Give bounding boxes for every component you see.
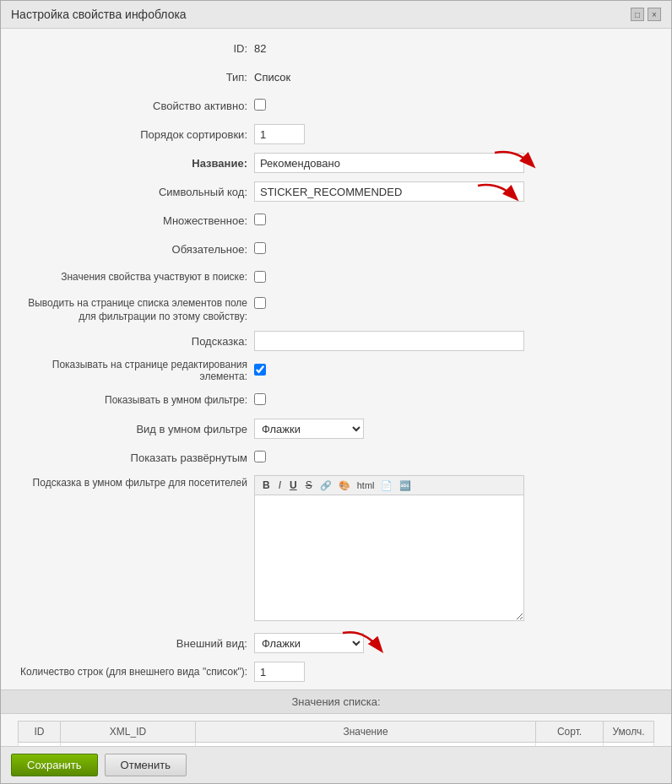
appearance-value: Флажки Список [254, 633, 654, 653]
dialog-footer: Сохранить Отменить [1, 746, 671, 783]
col-header-default: Умолч. [604, 722, 654, 743]
filter-label: Выводить на странице списка элементов по… [18, 295, 254, 323]
underline-button[interactable]: U [287, 479, 300, 492]
editor-toolbar: B I U S 🔗 🎨 html 📄 🔤 [254, 475, 524, 495]
appearance-row: Внешний вид: Флажки Список [18, 632, 654, 654]
minimize-button[interactable]: □ [631, 8, 644, 21]
multiple-label: Множественное: [18, 214, 254, 227]
hint-smart-label: Подсказка в умном фильтре для посетителе… [18, 475, 254, 489]
cancel-button[interactable]: Отменить [105, 754, 187, 776]
smart-filter-checkbox[interactable] [254, 393, 266, 405]
name-input[interactable] [254, 153, 524, 173]
show-edit-label: Показывать на странице редактирования эл… [18, 359, 254, 382]
smart-filter-view-select[interactable]: Флажки Список Диапазон [254, 419, 364, 439]
save-button[interactable]: Сохранить [11, 754, 98, 776]
required-label: Обязательное: [18, 243, 254, 256]
col-header-sort: Сорт. [536, 722, 604, 743]
table-head: ID XML_ID Значение Сорт. Умолч. [19, 722, 654, 743]
active-label: Свойство активно: [18, 100, 254, 112]
sort-label: Порядок сортировки: [18, 128, 254, 141]
appearance-label: Внешний вид: [18, 637, 254, 650]
expanded-checkbox[interactable] [254, 451, 266, 462]
name-value [254, 153, 654, 173]
form-section: ID: 82 Тип: Список Свойство активно: Пор… [1, 37, 671, 683]
multiple-value [254, 214, 654, 228]
arrow-decoration-3 [339, 629, 389, 658]
filter-row: Выводить на странице списка элементов по… [18, 295, 654, 323]
hint-smart-textarea[interactable] [254, 495, 524, 621]
sort-value [254, 124, 654, 144]
list-values-title: Значения списка: [291, 695, 380, 708]
code-row: Символьный код: [18, 181, 654, 203]
search-label: Значения свойства участвуют в поиске: [18, 271, 254, 284]
smart-filter-view-label: Вид в умном фильтре [18, 423, 254, 435]
code-value [254, 181, 654, 202]
rows-count-row: Количество строк (для внешнего вида "спи… [18, 661, 654, 683]
smart-filter-view-row: Вид в умном фильтре Флажки Список Диапаз… [18, 418, 654, 440]
hint-row: Подсказка: [18, 330, 654, 352]
multiple-row: Множественное: [18, 209, 654, 231]
icon2: 🎨 [337, 479, 352, 492]
search-row: Значения свойства участвуют в поиске: [18, 267, 654, 289]
active-value [254, 99, 654, 113]
hint-label: Подсказка: [18, 335, 254, 348]
active-checkbox[interactable] [254, 99, 266, 111]
list-values-section-title: Значения списка: [1, 689, 671, 714]
multiple-checkbox[interactable] [254, 214, 266, 225]
expanded-row: Показать развёрнутым [18, 446, 654, 468]
col-header-value: Значение [196, 722, 536, 743]
table-header-row: ID XML_ID Значение Сорт. Умолч. [19, 722, 654, 743]
icon4: 🔤 [398, 479, 413, 492]
search-value [254, 271, 654, 285]
dialog-window: Настройка свойства инфоблока □ × ID: 82 … [0, 0, 672, 784]
filter-value [254, 295, 654, 311]
code-label: Символьный код: [18, 186, 254, 198]
rows-count-label: Количество строк (для внешнего вида "спи… [18, 666, 254, 678]
dialog-title: Настройка свойства инфоблока [11, 8, 187, 21]
hint-value [254, 331, 654, 351]
dialog-titlebar: Настройка свойства инфоблока □ × [1, 1, 671, 29]
sort-row: Порядок сортировки: [18, 123, 654, 145]
col-header-id: ID [19, 722, 61, 743]
id-label: ID: [18, 42, 254, 55]
filter-checkbox[interactable] [254, 297, 266, 309]
show-edit-row: Показывать на странице редактирования эл… [18, 359, 654, 382]
name-label: Название: [18, 157, 254, 170]
hint-smart-editor: B I U S 🔗 🎨 html 📄 🔤 [254, 475, 654, 624]
required-row: Обязательное: [18, 238, 654, 260]
dialog-controls: □ × [631, 8, 661, 21]
col-header-xmlid: XML_ID [61, 722, 196, 743]
hint-smart-row: Подсказка в умном фильтре для посетителе… [18, 475, 654, 624]
show-edit-checkbox[interactable] [254, 364, 266, 376]
smart-filter-value [254, 393, 654, 408]
list-values-table: ID XML_ID Значение Сорт. Умолч. (нет зна… [18, 721, 654, 746]
search-checkbox[interactable] [254, 271, 266, 283]
arrow-decoration-2 [474, 181, 524, 207]
required-checkbox[interactable] [254, 242, 266, 254]
id-row: ID: 82 [18, 37, 654, 59]
expanded-label: Показать развёрнутым [18, 451, 254, 464]
required-value [254, 242, 654, 257]
icon1: 🔗 [318, 479, 333, 492]
expanded-value [254, 451, 654, 465]
type-row: Тип: Список [18, 66, 654, 88]
id-value: 82 [254, 42, 654, 55]
smart-filter-view-value: Флажки Список Диапазон [254, 419, 654, 439]
name-row: Название: [18, 152, 654, 174]
rows-count-value [254, 662, 654, 682]
sort-input[interactable] [254, 124, 305, 144]
bold-button[interactable]: B [260, 479, 273, 492]
html-label: html [355, 479, 377, 491]
show-edit-value [254, 364, 654, 378]
arrow-decoration-1 [490, 149, 541, 174]
rows-count-input[interactable] [254, 662, 305, 682]
icon3: 📄 [379, 479, 394, 492]
active-row: Свойство активно: [18, 95, 654, 116]
type-label: Тип: [18, 71, 254, 84]
hint-input[interactable] [254, 331, 524, 351]
type-value: Список [254, 71, 654, 84]
strike-button[interactable]: S [303, 479, 315, 492]
close-button[interactable]: × [648, 8, 661, 21]
smart-filter-label: Показывать в умном фильтре: [18, 394, 254, 406]
italic-button[interactable]: I [276, 479, 284, 492]
